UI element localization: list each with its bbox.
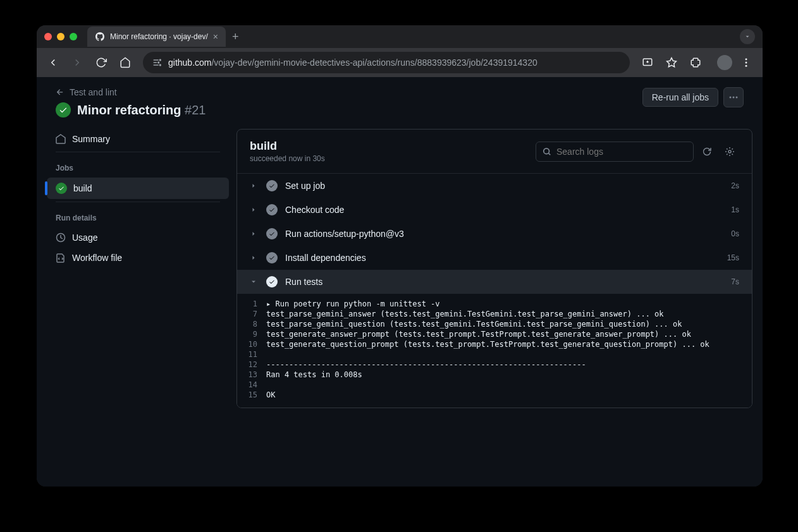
svg-point-15 (728, 150, 731, 153)
step-duration: 15s (727, 253, 739, 262)
log-line: 14 (237, 380, 752, 390)
step-row[interactable]: Set up job2s (237, 174, 752, 198)
sidebar-item-label: build (73, 183, 92, 193)
page-content: Test and lint Minor refactoring #21 Re-r… (37, 77, 763, 487)
sidebar-workflow-file[interactable]: Workflow file (47, 248, 229, 268)
window-controls (44, 33, 77, 40)
chevron-right-icon (250, 206, 259, 214)
step-status-success-icon (266, 252, 278, 263)
sidebar-summary[interactable]: Summary (47, 129, 229, 149)
svg-point-10 (730, 97, 732, 99)
step-status-success-icon (266, 204, 278, 215)
workflow-back-link[interactable]: Test and lint (56, 87, 642, 97)
new-tab-button[interactable]: + (232, 30, 239, 44)
run-status-success-icon (56, 102, 71, 118)
svg-point-9 (746, 65, 747, 67)
svg-point-7 (746, 58, 747, 60)
step-duration: 1s (731, 205, 739, 214)
svg-point-8 (746, 62, 747, 64)
profile-avatar[interactable] (717, 55, 732, 70)
log-line-text: test_parse_gemini_answer (tests.test_gem… (266, 310, 752, 318)
step-row[interactable]: Checkout code1s (237, 198, 752, 222)
log-line-text: OK (266, 390, 752, 399)
job-settings-button[interactable] (720, 142, 739, 161)
step-name: Checkout code (285, 205, 723, 215)
refresh-logs-button[interactable] (697, 142, 716, 161)
job-panel: build succeeded now in 30s Set up job2sC… (236, 129, 752, 408)
step-status-success-icon (266, 180, 278, 191)
home-button[interactable] (115, 52, 135, 73)
github-favicon-icon (95, 32, 105, 42)
browser-tab[interactable]: Minor refactoring · vojay-dev/ × (87, 27, 226, 47)
step-status-success-icon (266, 228, 278, 239)
forward-button[interactable] (67, 52, 87, 73)
tab-close-icon[interactable]: × (213, 32, 218, 42)
step-duration: 7s (731, 277, 739, 286)
log-line: 7test_parse_gemini_answer (tests.test_ge… (237, 309, 752, 319)
log-line-number: 15 (237, 390, 266, 399)
reload-button[interactable] (91, 52, 111, 73)
tab-title: Minor refactoring · vojay-dev/ (110, 32, 208, 41)
sidebar-item-label: Usage (72, 233, 97, 243)
install-app-button[interactable] (637, 52, 658, 73)
back-link-label: Test and lint (70, 87, 117, 97)
log-line-number: 13 (237, 370, 266, 379)
job-title: build (250, 140, 536, 153)
log-line: 11 (237, 349, 752, 360)
window-maximize[interactable] (70, 33, 77, 40)
search-logs-field[interactable] (556, 147, 687, 157)
log-line-number: 1 (237, 299, 266, 308)
bookmark-button[interactable] (661, 52, 682, 73)
back-button[interactable] (43, 52, 63, 73)
run-number: #21 (185, 103, 206, 117)
svg-point-5 (159, 64, 161, 66)
tabs-dropdown-button[interactable] (740, 29, 755, 44)
rerun-all-jobs-button[interactable]: Re-run all jobs (642, 88, 718, 107)
browser-tab-bar: Minor refactoring · vojay-dev/ × + (37, 25, 763, 48)
step-row[interactable]: Install dependencies15s (237, 246, 752, 270)
more-actions-button[interactable] (723, 87, 744, 107)
step-status-success-icon (266, 276, 278, 287)
log-line-text: ▸ Run poetry run python -m unittest -v (266, 299, 752, 308)
chevron-right-icon (250, 230, 259, 238)
step-row[interactable]: Run actions/setup-python@v30s (237, 222, 752, 246)
step-row[interactable]: Run tests7s (237, 270, 752, 294)
log-line: 12--------------------------------------… (237, 360, 752, 370)
svg-point-11 (733, 97, 735, 99)
extensions-button[interactable] (685, 52, 706, 73)
log-line-number: 8 (237, 320, 266, 329)
address-bar[interactable]: github.com/vojay-dev/gemini-movie-detect… (143, 52, 630, 73)
sidebar: Summary Jobs build Run details Usage (47, 129, 236, 408)
log-line: 15OK (237, 390, 752, 400)
log-line: 8test_parse_gemini_question (tests.test_… (237, 319, 752, 329)
log-line: 9test_generate_answer_prompt (tests.test… (237, 329, 752, 339)
svg-point-4 (158, 62, 159, 63)
log-line: 10test_generate_question_prompt (tests.t… (237, 339, 752, 349)
window-close[interactable] (44, 33, 52, 40)
log-line: 13Ran 4 tests in 0.008s (237, 370, 752, 380)
svg-point-3 (159, 59, 161, 61)
log-line-text: test_parse_gemini_question (tests.test_g… (266, 320, 752, 329)
sidebar-item-label: Workflow file (72, 253, 122, 263)
log-line-text (266, 350, 752, 359)
sidebar-job-build[interactable]: build (47, 178, 229, 199)
log-line-number: 14 (237, 380, 266, 389)
svg-point-14 (544, 148, 549, 154)
site-info-icon[interactable] (152, 57, 162, 68)
step-name: Run tests (285, 277, 723, 287)
log-line-text: Ran 4 tests in 0.008s (266, 370, 752, 379)
log-line-text (266, 380, 752, 389)
svg-point-12 (736, 97, 738, 99)
log-line-text: test_generate_question_prompt (tests.tes… (266, 340, 752, 349)
job-status: succeeded now in 30s (250, 154, 536, 163)
sidebar-usage[interactable]: Usage (47, 227, 229, 248)
search-icon (543, 147, 551, 156)
url-text: github.com/vojay-dev/gemini-movie-detect… (168, 57, 537, 68)
browser-menu-button[interactable] (736, 52, 756, 73)
window-minimize[interactable] (57, 33, 64, 40)
sidebar-run-details-heading: Run details (47, 205, 229, 227)
search-logs-input[interactable] (536, 142, 694, 162)
browser-toolbar: github.com/vojay-dev/gemini-movie-detect… (37, 48, 763, 77)
run-title: Minor refactoring #21 (77, 103, 206, 118)
log-line-text: ----------------------------------------… (266, 360, 752, 369)
